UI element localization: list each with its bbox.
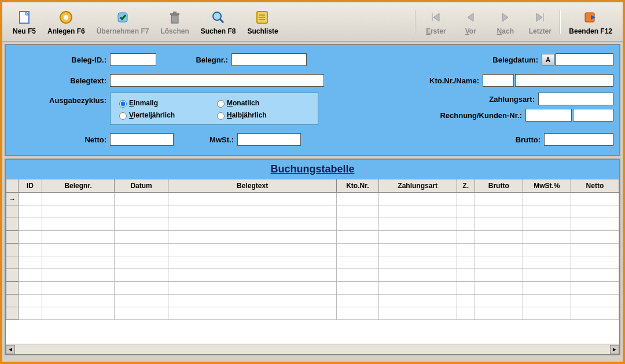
cell[interactable]	[457, 295, 475, 307]
zahlungsart-input[interactable]	[538, 93, 613, 105]
letzter-button[interactable]: Letzter	[523, 6, 557, 38]
cell[interactable]	[336, 218, 378, 231]
cell[interactable]	[18, 193, 42, 205]
suchliste-button[interactable]: Suchliste	[241, 6, 284, 38]
mwst-input[interactable]	[237, 133, 301, 146]
belegdatum-input[interactable]	[556, 53, 613, 66]
row-header[interactable]	[6, 218, 19, 231]
table-row[interactable]	[6, 256, 619, 269]
col-mwstp[interactable]: MwSt.%	[523, 179, 571, 193]
cell[interactable]	[42, 282, 115, 295]
belegtext-input[interactable]	[110, 74, 324, 87]
cell[interactable]	[114, 205, 168, 218]
cell[interactable]	[475, 307, 523, 320]
table-row[interactable]	[6, 244, 619, 256]
cell[interactable]	[114, 307, 168, 320]
cell[interactable]	[571, 231, 619, 244]
cell[interactable]	[336, 282, 378, 295]
netto-input[interactable]	[110, 133, 174, 146]
beleg-id-input[interactable]	[110, 53, 156, 66]
col-belegtext[interactable]: Belegtext	[168, 179, 337, 193]
cell[interactable]	[336, 205, 378, 218]
cell[interactable]	[475, 231, 523, 244]
beenden-button[interactable]: Beenden F12	[563, 6, 618, 38]
cell[interactable]	[336, 307, 378, 320]
cell[interactable]	[42, 244, 115, 256]
cell[interactable]	[42, 218, 115, 231]
cell[interactable]	[168, 244, 337, 256]
cell[interactable]	[523, 244, 571, 256]
cell[interactable]	[457, 244, 475, 256]
loeschen-button[interactable]: Löschen	[155, 6, 194, 38]
cell[interactable]	[475, 193, 523, 205]
zyklus-halb-radio[interactable]: Halbjährlich	[214, 111, 312, 120]
cell[interactable]	[42, 205, 115, 218]
cell[interactable]	[18, 282, 42, 295]
cell[interactable]	[571, 307, 619, 320]
cell[interactable]	[457, 218, 475, 231]
cell[interactable]	[168, 193, 337, 205]
cell[interactable]	[523, 205, 571, 218]
table-row[interactable]	[6, 205, 619, 218]
row-header[interactable]	[6, 256, 19, 269]
rechnung2-input[interactable]	[573, 109, 613, 122]
kto-name-input[interactable]	[515, 74, 613, 87]
cell[interactable]	[18, 307, 42, 320]
cell[interactable]	[571, 193, 619, 205]
cell[interactable]	[18, 295, 42, 307]
cell[interactable]	[378, 205, 457, 218]
suchen-button[interactable]: Suchen F8	[195, 6, 242, 38]
cell[interactable]	[336, 231, 378, 244]
cell[interactable]	[18, 231, 42, 244]
rechnung-input[interactable]	[525, 109, 572, 122]
grid-scroll[interactable]: ID Belegnr. Datum Belegtext Kto.Nr. Zahl…	[6, 179, 619, 344]
vor-button[interactable]: Vor	[453, 6, 488, 38]
cell[interactable]	[42, 231, 115, 244]
cell[interactable]	[571, 218, 619, 231]
cell[interactable]	[523, 193, 571, 205]
scroll-right-button[interactable]: ►	[610, 345, 619, 354]
cell[interactable]	[475, 282, 523, 295]
brutto-input[interactable]	[544, 133, 613, 146]
zyklus-einmalig-radio[interactable]: Einmalig	[116, 98, 214, 108]
cell[interactable]	[114, 244, 168, 256]
row-header[interactable]	[6, 295, 19, 307]
row-header[interactable]	[6, 244, 19, 256]
cell[interactable]	[336, 269, 378, 282]
col-brutto[interactable]: Brutto	[475, 179, 523, 193]
belegdatum-auto-button[interactable]: A	[542, 54, 554, 65]
cell[interactable]	[523, 256, 571, 269]
cell[interactable]	[523, 295, 571, 307]
table-row[interactable]	[6, 218, 619, 231]
cell[interactable]	[168, 282, 337, 295]
table-row[interactable]	[6, 269, 619, 282]
table-row[interactable]	[6, 295, 619, 307]
cell[interactable]	[457, 282, 475, 295]
cell[interactable]	[114, 218, 168, 231]
cell[interactable]	[457, 193, 475, 205]
cell[interactable]	[378, 231, 457, 244]
cell[interactable]	[523, 269, 571, 282]
col-rowsel[interactable]	[6, 179, 19, 193]
table-row[interactable]	[6, 282, 619, 295]
cell[interactable]	[18, 244, 42, 256]
cell[interactable]	[168, 307, 337, 320]
cell[interactable]	[523, 307, 571, 320]
col-datum[interactable]: Datum	[114, 179, 168, 193]
cell[interactable]	[571, 295, 619, 307]
belegnr-input[interactable]	[231, 53, 307, 66]
cell[interactable]	[378, 307, 457, 320]
cell[interactable]	[571, 205, 619, 218]
neu-button[interactable]: Neu F5	[7, 6, 42, 38]
row-header[interactable]	[6, 282, 19, 295]
cell[interactable]	[475, 218, 523, 231]
zyklus-viertel-radio[interactable]: Vierteljährlich	[116, 111, 214, 120]
row-header[interactable]: →	[6, 193, 19, 205]
cell[interactable]	[523, 231, 571, 244]
cell[interactable]	[571, 244, 619, 256]
cell[interactable]	[18, 256, 42, 269]
cell[interactable]	[378, 244, 457, 256]
row-header[interactable]	[6, 205, 19, 218]
cell[interactable]	[114, 231, 168, 244]
cell[interactable]	[378, 282, 457, 295]
